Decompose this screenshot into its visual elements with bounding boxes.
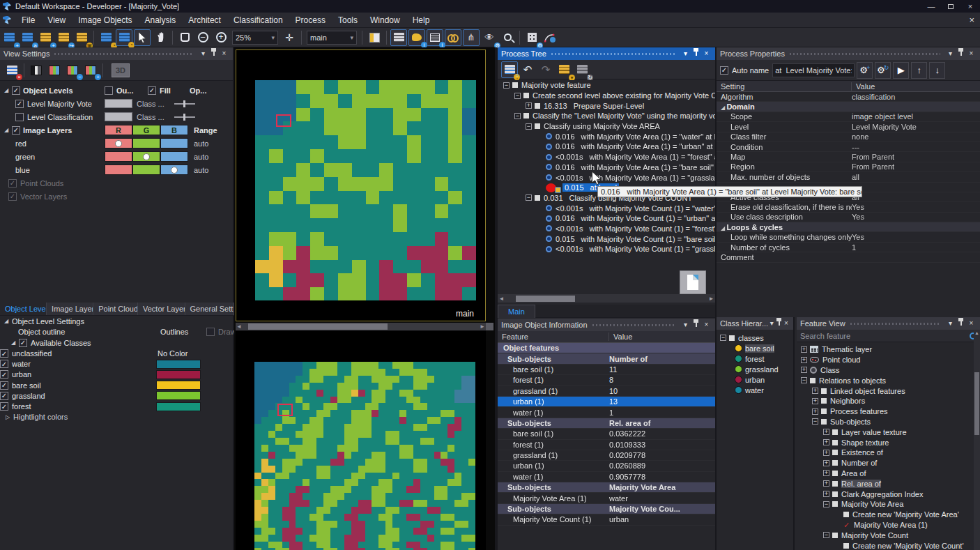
expander-icon[interactable]: + xyxy=(823,460,829,466)
setting-row[interactable]: Max. number of objects all xyxy=(717,172,980,182)
document-close-icon[interactable]: × xyxy=(969,15,974,25)
expanded-icon[interactable]: ◢ xyxy=(4,87,12,93)
class-node[interactable]: bare soil xyxy=(717,343,793,353)
3d-view-button[interactable]: 3D xyxy=(112,63,130,77)
close-icon[interactable]: × xyxy=(783,317,790,330)
feature-node[interactable]: + Rel. area of xyxy=(797,478,980,489)
image-object-information-icon[interactable]: i xyxy=(408,29,425,46)
green-layer-row[interactable]: green auto xyxy=(0,150,233,163)
map-select[interactable]: main▾ xyxy=(307,31,357,45)
available-classes-row[interactable]: ◢ Available Classes xyxy=(0,337,234,349)
scroll-right-icon[interactable]: ► xyxy=(707,296,715,302)
feature-row[interactable]: Sub-objects Rel. area of xyxy=(498,418,715,429)
view-settings-icon[interactable]: 👁⚙ xyxy=(481,29,498,46)
setting-row[interactable]: Loops & cycles xyxy=(717,222,980,232)
blue-channel-radio[interactable] xyxy=(171,167,178,174)
scroll-left-icon[interactable]: ◄ xyxy=(236,323,243,330)
auto-name-checkbox[interactable]: ✓ xyxy=(720,66,728,75)
expander-icon[interactable]: + xyxy=(823,480,829,487)
close-icon[interactable]: × xyxy=(701,319,712,331)
range-value[interactable]: auto xyxy=(194,153,208,161)
tab-general-settings[interactable]: General Sett... xyxy=(185,303,234,315)
setting-row[interactable]: Number of cycles 1 xyxy=(717,243,980,252)
save-project-icon[interactable]: ▣ xyxy=(73,29,90,46)
tab-image-layers[interactable]: Image Layers xyxy=(47,303,93,315)
setting-row[interactable]: Use class description Yes xyxy=(717,213,980,222)
map-canvas-majority-vote[interactable] xyxy=(255,80,476,300)
feature-node[interactable]: + Process features xyxy=(797,406,980,417)
class-evaluation-icon[interactable]: i xyxy=(427,29,443,46)
menu-window[interactable]: Window xyxy=(364,13,406,28)
feature-node[interactable]: + Thematic layer xyxy=(797,344,980,355)
range-value[interactable]: auto xyxy=(194,139,208,148)
splitter[interactable] xyxy=(715,47,717,550)
chevron-down-icon[interactable]: ▾ xyxy=(945,47,956,60)
level-classification-checkbox[interactable] xyxy=(15,113,24,121)
pin-icon[interactable] xyxy=(956,47,966,60)
feature-row[interactable]: water (1) 1 xyxy=(498,407,715,418)
chevron-down-icon[interactable]: ▾ xyxy=(945,317,956,330)
pan-icon[interactable] xyxy=(152,29,169,46)
process-row[interactable]: <0.001swith Majority Vote Area (1) = "fo… xyxy=(498,152,715,162)
class-color-swatch[interactable] xyxy=(156,402,201,411)
feature-node[interactable]: − Majority Vote Count xyxy=(797,530,980,540)
red-channel-radio[interactable] xyxy=(115,140,122,147)
open-workspace-icon[interactable]: a xyxy=(19,29,36,46)
class-checkbox[interactable] xyxy=(0,402,8,411)
green-channel-radio[interactable] xyxy=(143,153,150,160)
feature-node[interactable]: − Relations to objects xyxy=(797,375,980,385)
expander-icon[interactable]: − xyxy=(812,418,818,425)
window-layout-icon[interactable] xyxy=(366,29,383,46)
class-color-swatch[interactable] xyxy=(105,99,132,108)
process-tree-scrollbar[interactable]: ◄ ► xyxy=(498,294,715,303)
class-checkbox[interactable] xyxy=(0,360,8,368)
document-icon-button[interactable] xyxy=(680,270,706,294)
process-row[interactable]: <0.001swith Majority Vote Area (1) = "gr… xyxy=(498,172,715,183)
menu-view[interactable]: View xyxy=(41,13,72,28)
expander-icon[interactable]: − xyxy=(503,82,510,89)
process-row[interactable]: − Create second level above existing for… xyxy=(498,91,715,101)
create-project-icon[interactable]: + xyxy=(37,29,54,46)
expander-icon[interactable]: + xyxy=(801,367,807,373)
expanded-icon[interactable]: ◢ xyxy=(4,127,12,133)
menu-image-objects[interactable]: Image Objects xyxy=(72,13,138,28)
feature-column-header[interactable]: Feature xyxy=(498,333,609,341)
feature-row[interactable]: water (1) 0.9057778 xyxy=(498,472,715,482)
class-hierarchy-icon[interactable]: ⋔ xyxy=(463,29,480,46)
menu-analysis[interactable]: Analysis xyxy=(139,13,183,28)
opacity-slider[interactable] xyxy=(174,103,195,105)
expander-icon[interactable]: − xyxy=(514,93,521,99)
expander-icon[interactable]: + xyxy=(823,439,829,445)
menu-architect[interactable]: Architect xyxy=(182,13,227,28)
setting-column-header[interactable]: Setting xyxy=(717,82,852,91)
setting-row[interactable]: Loop while something changes only Yes xyxy=(717,232,980,242)
horizontal-scrollbar[interactable]: ◄ ► xyxy=(236,323,486,330)
class-checkbox[interactable] xyxy=(0,349,8,358)
rgb-view-icon[interactable] xyxy=(47,63,62,77)
tab-main[interactable]: Main xyxy=(498,305,535,318)
execute-button[interactable]: ▶ xyxy=(893,62,909,79)
search-input[interactable]: Search feature xyxy=(800,332,850,340)
class-checkbox[interactable] xyxy=(0,370,8,379)
outlines-value[interactable]: Outlines xyxy=(160,328,188,336)
feature-row[interactable]: Sub-objects Majority Vote Area xyxy=(498,482,715,493)
map-canvas-classification[interactable] xyxy=(254,362,475,550)
redo-icon[interactable]: ↷ xyxy=(537,61,554,78)
process-row[interactable]: − Classify the "Level Majority Vote" usi… xyxy=(498,111,715,121)
close-icon[interactable]: × xyxy=(966,317,977,330)
outline-checkbox[interactable] xyxy=(105,86,113,95)
zoom-out-icon[interactable]: − xyxy=(194,29,211,46)
class-node[interactable]: grassland xyxy=(717,364,793,374)
feature-node[interactable]: Majority Vote Area (1) xyxy=(797,520,980,530)
process-tree-lock-icon[interactable]: 🔒 xyxy=(501,61,518,78)
pin-icon[interactable] xyxy=(691,319,701,331)
feature-row[interactable]: Sub-objects Majority Vote Cou... xyxy=(498,504,715,514)
process-row[interactable]: 0.016with Majority Vote Area (1) = "urba… xyxy=(498,142,715,152)
restore-button[interactable] xyxy=(941,0,960,13)
pin-icon[interactable] xyxy=(775,317,782,330)
create-workspace-icon[interactable]: + xyxy=(1,29,17,46)
close-button[interactable]: × xyxy=(960,0,980,13)
feature-view-scrollbar[interactable]: ▲ xyxy=(974,330,980,550)
select-region-icon[interactable] xyxy=(176,29,193,46)
process-row[interactable]: − Majority vote feature xyxy=(498,80,715,91)
